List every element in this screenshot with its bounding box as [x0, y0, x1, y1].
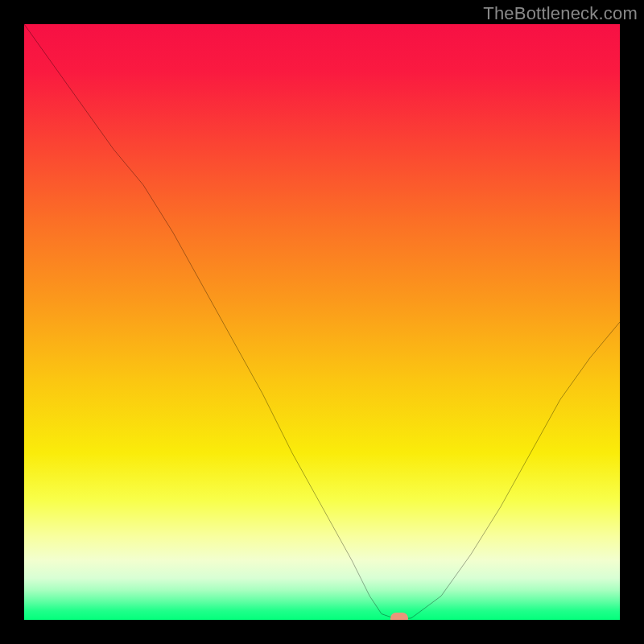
plot-area: [24, 24, 620, 620]
curve-path: [24, 24, 620, 619]
watermark-text: TheBottleneck.com: [483, 3, 638, 24]
bottleneck-curve: [24, 24, 620, 620]
bottleneck-marker: [390, 613, 408, 620]
chart-outer: { "watermark": "TheBottleneck.com", "cha…: [0, 0, 644, 644]
